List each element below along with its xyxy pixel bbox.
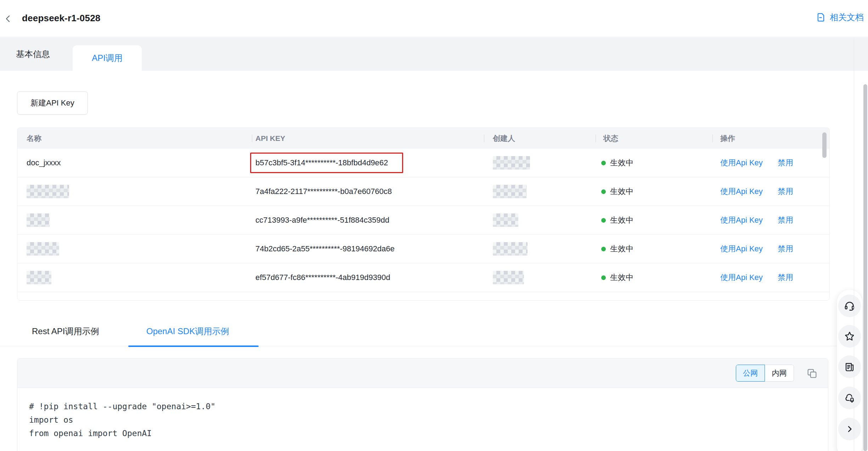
floating-toolbar	[837, 290, 862, 451]
copy-code-button[interactable]	[806, 367, 818, 379]
use-api-key-link[interactable]: 使用Api Key	[720, 158, 763, 167]
column-divider	[712, 135, 713, 142]
status-dot	[601, 275, 606, 280]
api-key-value: b57c3bf5-3f14**********-18bfbd4d9e62	[250, 153, 403, 173]
table-row: 7a4fa222-2117**********-b0a7e60760c8 生效中…	[17, 177, 829, 206]
key-name	[27, 185, 69, 198]
creator-redacted	[493, 185, 526, 198]
use-api-key-link[interactable]: 使用Api Key	[720, 216, 763, 224]
status-text: 生效中	[610, 215, 633, 226]
notifications-button[interactable]	[838, 387, 861, 409]
status-text: 生效中	[610, 272, 633, 283]
page-scrollbar-thumb[interactable]	[863, 84, 867, 451]
status-dot	[601, 218, 606, 223]
column-divider	[252, 135, 252, 142]
api-key-value: 7a4fa222-2117**********-b0a7e60760c8	[255, 187, 392, 196]
related-docs-label: 相关文档	[830, 12, 864, 23]
use-api-key-link[interactable]: 使用Api Key	[720, 187, 763, 196]
favorite-button[interactable]	[838, 325, 861, 348]
table-row: 74b2cd65-2a55**********-98194692da6e 生效中…	[17, 235, 829, 263]
disable-link[interactable]: 禁用	[778, 216, 793, 224]
internal-network-button[interactable]: 内网	[765, 365, 794, 382]
table-row-partial	[17, 292, 829, 300]
creator-redacted	[493, 213, 518, 227]
key-name	[27, 242, 59, 256]
document-icon	[816, 12, 826, 23]
table-row: cc713993-a9fe**********-51f884c359dd 生效中…	[17, 206, 829, 235]
tab-api-call[interactable]: API调用	[73, 45, 142, 71]
creator-redacted	[493, 156, 530, 170]
network-toggle: 公网 内网	[736, 365, 794, 382]
tab-basic-info[interactable]: 基本信息	[16, 38, 50, 71]
table-header: 名称 API KEY 创建人 状态 操作	[17, 128, 829, 149]
table-row: ef57d677-fc86**********-4ab919d9390d 生效中…	[17, 263, 829, 292]
api-key-value: ef57d677-fc86**********-4ab919d9390d	[255, 273, 390, 282]
status-dot	[601, 161, 606, 165]
use-api-key-link[interactable]: 使用Api Key	[720, 244, 763, 253]
back-button[interactable]	[3, 13, 15, 25]
page: deepseek-r1-0528 相关文档 基本信息 API调用 新建API K…	[0, 0, 868, 451]
status-text: 生效中	[610, 158, 633, 168]
column-divider	[484, 135, 484, 142]
page-header: deepseek-r1-0528 相关文档	[0, 0, 868, 37]
example-tab-bar: Rest API调用示例 OpenAI SDK调用示例	[0, 323, 854, 346]
related-docs-link[interactable]: 相关文档	[816, 12, 864, 23]
public-network-button[interactable]: 公网	[736, 365, 765, 382]
disable-link[interactable]: 禁用	[778, 158, 793, 167]
table-body: doc_jxxxx b57c3bf5-3f14**********-18bfbd…	[17, 149, 829, 300]
disable-link[interactable]: 禁用	[778, 273, 793, 282]
api-key-value: 74b2cd65-2a55**********-98194692da6e	[255, 244, 395, 253]
code-panel: 公网 内网 # !pip install --upgrade "openai>=…	[17, 358, 828, 451]
page-title: deepseek-r1-0528	[22, 13, 100, 24]
table-scrollbar-thumb[interactable]	[822, 132, 827, 158]
collapse-toolbar-button[interactable]	[838, 418, 861, 440]
column-divider	[596, 135, 596, 142]
status-dot	[601, 189, 606, 194]
tab-openai-sdk-example[interactable]: OpenAI SDK调用示例	[146, 326, 229, 337]
use-api-key-link[interactable]: 使用Api Key	[720, 273, 763, 282]
copy-icon	[806, 367, 818, 379]
creator-redacted	[493, 242, 528, 256]
active-tab-underline	[128, 346, 259, 347]
column-header-creator: 创建人	[493, 128, 515, 149]
docs-button[interactable]	[838, 355, 861, 378]
chevron-left-icon	[3, 13, 13, 24]
column-header-action: 操作	[720, 128, 735, 149]
column-header-name: 名称	[27, 128, 41, 149]
status-text: 生效中	[610, 186, 633, 197]
support-button[interactable]	[838, 295, 861, 317]
right-panel-divider	[854, 37, 854, 451]
creator-redacted	[493, 271, 524, 284]
status-text: 生效中	[610, 244, 633, 254]
disable-link[interactable]: 禁用	[778, 244, 793, 253]
column-header-api-key: API KEY	[255, 128, 285, 149]
new-api-key-button[interactable]: 新建API Key	[17, 91, 88, 115]
tab-rest-api-example[interactable]: Rest API调用示例	[32, 326, 99, 337]
status-dot	[601, 247, 606, 251]
tab-bar: 基本信息 API调用	[0, 38, 868, 71]
disable-link[interactable]: 禁用	[778, 187, 793, 196]
api-key-value: cc713993-a9fe**********-51f884c359dd	[255, 216, 389, 224]
key-name	[27, 213, 50, 227]
api-key-table: 名称 API KEY 创建人 状态 操作 doc_jxxxx b57c3bf5-…	[17, 127, 830, 301]
key-name	[27, 271, 51, 284]
code-block: # !pip install --upgrade "openai>=1.0" i…	[17, 388, 828, 451]
table-row: doc_jxxxx b57c3bf5-3f14**********-18bfbd…	[17, 149, 829, 177]
key-name: doc_jxxxx	[27, 158, 61, 167]
code-panel-header: 公网 内网	[17, 359, 828, 388]
column-header-status: 状态	[603, 128, 618, 149]
